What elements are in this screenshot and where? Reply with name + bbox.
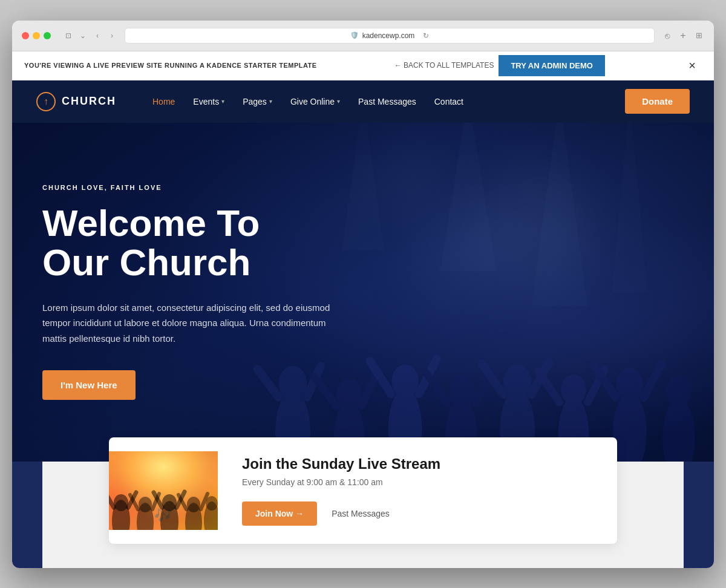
admin-bar-message: YOU'RE VIEWING A LIVE PREVIEW SITE RUNNI…	[24, 62, 317, 69]
svg-point-17	[503, 364, 531, 399]
svg-line-14	[426, 373, 447, 403]
nav-item-home[interactable]: Home	[152, 97, 175, 106]
svg-point-44	[162, 494, 177, 511]
close-traffic-light[interactable]	[22, 32, 29, 39]
livestream-subtitle: Every Sunday at 9:00 am & 11:00 am	[242, 477, 593, 487]
svg-point-24	[613, 391, 647, 461]
svg-point-21	[561, 374, 586, 405]
svg-marker-30	[440, 123, 497, 271]
sidebar-toggle-icon[interactable]: ⊡	[63, 30, 74, 41]
livestream-actions: Join Now → Past Messages	[242, 501, 593, 526]
donate-button[interactable]: Donate	[625, 89, 690, 114]
admin-demo-button[interactable]: TRY AN ADMIN DEMO	[499, 55, 605, 76]
hero-title: Welcome To Our Church	[42, 203, 345, 282]
traffic-lights	[22, 32, 51, 39]
svg-marker-31	[531, 123, 587, 306]
logo-arrow-icon: ↑	[44, 96, 48, 107]
svg-line-27	[644, 364, 661, 397]
maximize-traffic-light[interactable]	[44, 32, 51, 39]
svg-point-28	[662, 398, 695, 462]
nav-label-give-online: Give Online	[290, 97, 335, 106]
svg-point-13	[449, 374, 474, 407]
hero-section: CHURCH LOVE, FAITH LOVE Welcome To Our C…	[12, 123, 714, 462]
svg-point-48	[187, 497, 200, 512]
svg-point-52	[206, 496, 218, 511]
browser-action-buttons: ⎋ + ⊞	[662, 30, 704, 41]
nav-item-contact[interactable]: Contact	[434, 97, 463, 106]
join-now-button[interactable]: Join Now →	[242, 501, 317, 526]
livestream-card-image	[109, 451, 218, 530]
reload-icon[interactable]: ↻	[423, 31, 429, 40]
chevron-down-icon[interactable]: ⌄	[77, 30, 88, 41]
nav-label-pages: Pages	[243, 97, 267, 106]
svg-line-22	[538, 371, 560, 402]
nav-item-give-online[interactable]: Give Online ▾	[290, 97, 340, 106]
nav-menu: Home Events ▾ Pages ▾ Give Online ▾ Past…	[152, 97, 625, 106]
close-admin-bar-button[interactable]: ×	[682, 56, 702, 75]
site-nav: ↑ CHURCH Home Events ▾ Pages ▾ Give Onli…	[12, 80, 714, 123]
livestream-title: Join the Sunday Live Stream	[242, 456, 593, 472]
svg-point-29	[666, 374, 692, 407]
svg-marker-33	[612, 123, 647, 292]
site-logo[interactable]: ↑ CHURCH	[36, 92, 116, 111]
nav-item-past-messages[interactable]: Past Messages	[358, 97, 416, 106]
nav-label-contact: Contact	[434, 97, 463, 106]
forward-icon[interactable]: ›	[106, 30, 117, 41]
livestream-section: Join the Sunday Live Stream Every Sunday…	[12, 437, 714, 568]
lock-icon: 🛡️	[350, 31, 359, 39]
back-to-templates-link[interactable]: ← BACK TO ALL TEMPLATES	[394, 61, 494, 70]
hero-description: Lorem ipsum dolor sit amet, consectetur …	[42, 300, 345, 347]
hero-title-line2: Our Church	[42, 241, 250, 283]
nav-label-events: Events	[193, 97, 219, 106]
nav-item-pages[interactable]: Pages ▾	[243, 97, 272, 106]
chevron-down-icon: ▾	[337, 98, 340, 105]
hero-content: CHURCH LOVE, FAITH LOVE Welcome To Our C…	[12, 148, 375, 437]
browser-nav-controls: ⊡ ⌄ ‹ ›	[63, 30, 117, 41]
minimize-traffic-light[interactable]	[33, 32, 40, 39]
admin-bar: YOU'RE VIEWING A LIVE PREVIEW SITE RUNNI…	[12, 51, 714, 80]
grid-icon[interactable]: ⊞	[693, 30, 704, 41]
hero-tag: CHURCH LOVE, FAITH LOVE	[42, 184, 345, 191]
address-bar[interactable]: 🛡️ kadencewp.com ↻	[125, 28, 655, 44]
new-tab-icon[interactable]: +	[678, 30, 688, 41]
chevron-down-icon: ▾	[221, 98, 224, 105]
svg-point-9	[392, 364, 419, 398]
browser-window: ⊡ ⌄ ‹ › 🛡️ kadencewp.com ↻ ⎋ + ⊞ YOU'RE …	[12, 21, 714, 568]
livestream-card-info: Join the Sunday Live Stream Every Sunday…	[218, 437, 617, 544]
hero-cta-button[interactable]: I'm New Here	[42, 370, 136, 400]
nav-item-events[interactable]: Events ▾	[193, 97, 224, 106]
url-text: kadencewp.com	[362, 31, 415, 40]
nav-label-past-messages: Past Messages	[358, 97, 416, 106]
nav-label-home: Home	[152, 97, 175, 106]
livestream-card: Join the Sunday Live Stream Every Sunday…	[109, 437, 617, 544]
back-icon[interactable]: ‹	[92, 30, 103, 41]
share-icon[interactable]: ⎋	[662, 30, 673, 41]
chevron-down-icon: ▾	[269, 98, 272, 105]
site-content: YOU'RE VIEWING A LIVE PREVIEW SITE RUNNI…	[12, 51, 714, 568]
svg-point-40	[139, 497, 152, 512]
past-messages-link[interactable]: Past Messages	[332, 509, 390, 518]
browser-titlebar: ⊡ ⌄ ‹ › 🛡️ kadencewp.com ↻ ⎋ + ⊞	[12, 21, 714, 51]
svg-point-25	[616, 368, 643, 402]
svg-point-36	[114, 494, 128, 511]
admin-bar-center: ← BACK TO ALL TEMPLATES TRY AN ADMIN DEM…	[394, 55, 605, 76]
logo-icon: ↑	[36, 92, 56, 111]
hero-title-line1: Welcome To	[42, 202, 260, 244]
logo-text: CHURCH	[62, 95, 116, 108]
